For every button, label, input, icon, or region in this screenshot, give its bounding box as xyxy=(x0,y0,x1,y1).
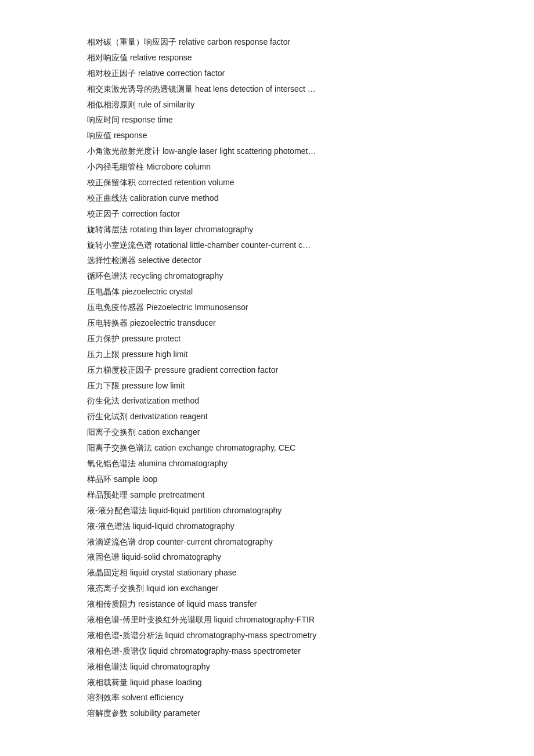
entry-text: 液相载荷量 liquid phase loading xyxy=(87,678,202,687)
entry-text: 压力梯度校正因子 pressure gradient correction fa… xyxy=(87,365,278,375)
list-item: 液相色谱-傅里叶变换红外光谱联用 liquid chromatography-F… xyxy=(87,613,447,628)
entry-text: 压电晶体 piezoelectric crystal xyxy=(87,287,193,296)
entry-text: 液-液分配色谱法 liquid-liquid partition chromat… xyxy=(87,506,282,515)
list-item: 选择性检测器 selective detector xyxy=(87,253,447,268)
entry-text: 旋转小室逆流色谱 rotational little-chamber count… xyxy=(87,240,311,250)
list-item: 阳离子交换色谱法 cation exchange chromatography,… xyxy=(87,441,447,456)
list-item: 样品环 sample loop xyxy=(87,472,447,487)
entry-text: 氧化铝色谱法 alumina chromatography xyxy=(87,459,228,468)
entry-text: 相似相溶原则 rule of similarity xyxy=(87,100,194,109)
entry-text: 溶解度参数 solubility parameter xyxy=(87,708,200,718)
list-item: 响应值 response xyxy=(87,128,447,143)
entry-text: 小内径毛细管柱 Microbore column xyxy=(87,162,211,171)
list-item: 液相载荷量 liquid phase loading xyxy=(87,675,447,690)
entry-text: 衍生化法 derivatization method xyxy=(87,396,199,405)
list-item: 校正因子 correction factor xyxy=(87,207,447,222)
list-item: 衍生化法 derivatization method xyxy=(87,394,447,409)
entry-text: 样品环 sample loop xyxy=(87,474,157,484)
entry-text: 旋转薄层法 rotating thin layer chromatography xyxy=(87,225,253,234)
list-item: 相对响应值 relative response xyxy=(87,51,447,66)
entry-text: 相对响应值 relative response xyxy=(87,53,192,62)
list-item: 小角激光散射光度计 low-angle laser light scatteri… xyxy=(87,144,447,159)
list-item: 阳离子交换剂 cation exchanger xyxy=(87,425,447,440)
list-item: 液相传质阻力 resistance of liquid mass transfe… xyxy=(87,597,447,612)
list-item: 压力上限 pressure high limit xyxy=(87,347,447,362)
list-item: 相似相溶原则 rule of similarity xyxy=(87,98,447,113)
entry-text: 液-液色谱法 liquid-liquid chromatography xyxy=(87,521,234,531)
list-item: 压力下限 pressure low limit xyxy=(87,379,447,394)
list-item: 液滴逆流色谱 drop counter-current chromatograp… xyxy=(87,535,447,550)
entry-text: 液相色谱法 liquid chromatography xyxy=(87,662,210,671)
entry-text: 选择性检测器 selective detector xyxy=(87,255,201,265)
list-item: 液-液分配色谱法 liquid-liquid partition chromat… xyxy=(87,503,447,519)
list-item: 衍生化试剂 derivatization reagent xyxy=(87,409,447,424)
entry-text: 相对校正因子 relative correction factor xyxy=(87,69,225,78)
list-item: 溶剂效率 solvent efficiency xyxy=(87,690,447,705)
entry-text: 校正保留体积 corrected retention volume xyxy=(87,178,234,187)
list-item: 液相色谱-质谱仪 liquid chromatography-mass spec… xyxy=(87,644,447,659)
list-item: 样品预处理 sample pretreatment xyxy=(87,488,447,503)
list-item: 旋转小室逆流色谱 rotational little-chamber count… xyxy=(87,238,447,253)
list-item: 压力梯度校正因子 pressure gradient correction fa… xyxy=(87,363,447,378)
list-item: 压电转换器 piezoelectric transducer xyxy=(87,316,447,331)
list-item: 校正保留体积 corrected retention volume xyxy=(87,175,447,190)
list-item: 液晶固定相 liquid crystal stationary phase xyxy=(87,566,447,581)
entry-text: 溶剂效率 solvent efficiency xyxy=(87,693,183,702)
entry-text: 液态离子交换剂 liquid ion exchanger xyxy=(87,584,218,593)
entry-text: 液相色谱-质谱分析法 liquid chromatography-mass sp… xyxy=(87,631,316,640)
entry-list: 相对碳（重量）响应因子 relative carbon response fac… xyxy=(87,35,447,721)
entry-text: 循环色谱法 recycling chromatography xyxy=(87,271,223,280)
entry-text: 压电免疫传感器 Piezoelectric Immunosensor xyxy=(87,303,248,312)
entry-text: 液相色谱-质谱仪 liquid chromatography-mass spec… xyxy=(87,646,301,656)
list-item: 液相色谱-质谱分析法 liquid chromatography-mass sp… xyxy=(87,628,447,643)
entry-text: 液相传质阻力 resistance of liquid mass transfe… xyxy=(87,599,257,609)
entry-text: 压电转换器 piezoelectric transducer xyxy=(87,318,216,327)
entry-text: 液滴逆流色谱 drop counter-current chromatograp… xyxy=(87,537,273,546)
list-item: 氧化铝色谱法 alumina chromatography xyxy=(87,456,447,471)
entry-text: 校正因子 correction factor xyxy=(87,209,180,218)
entry-text: 液相色谱-傅里叶变换红外光谱联用 liquid chromatography-F… xyxy=(87,615,315,624)
list-item: 相对碳（重量）响应因子 relative carbon response fac… xyxy=(87,35,447,50)
entry-text: 响应时间 response time xyxy=(87,115,173,124)
entry-text: 压力上限 pressure high limit xyxy=(87,350,188,359)
list-item: 液固色谱 liquid-solid chromatography xyxy=(87,550,447,565)
list-item: 液-液色谱法 liquid-liquid chromatography xyxy=(87,519,447,534)
entry-text: 相交束激光诱导的热透镜测量 heat lens detection of int… xyxy=(87,84,316,93)
list-item: 压电免疫传感器 Piezoelectric Immunosensor xyxy=(87,300,447,315)
list-item: 循环色谱法 recycling chromatography xyxy=(87,269,447,284)
list-item: 校正曲线法 calibration curve method xyxy=(87,191,447,206)
list-item: 小内径毛细管柱 Microbore column xyxy=(87,160,447,175)
list-item: 压电晶体 piezoelectric crystal xyxy=(87,285,447,300)
list-item: 液相色谱法 liquid chromatography xyxy=(87,660,447,675)
list-item: 溶解度参数 solubility parameter xyxy=(87,706,447,721)
entry-text: 相对碳（重量）响应因子 relative carbon response fac… xyxy=(87,37,290,46)
entry-text: 液晶固定相 liquid crystal stationary phase xyxy=(87,568,237,577)
entry-text: 压力下限 pressure low limit xyxy=(87,381,185,390)
list-item: 相对校正因子 relative correction factor xyxy=(87,66,447,81)
entry-text: 压力保护 pressure protect xyxy=(87,334,181,343)
list-item: 旋转薄层法 rotating thin layer chromatography xyxy=(87,222,447,237)
entry-text: 样品预处理 sample pretreatment xyxy=(87,490,204,499)
entry-text: 阳离子交换色谱法 cation exchange chromatography,… xyxy=(87,443,295,452)
list-item: 液态离子交换剂 liquid ion exchanger xyxy=(87,581,447,596)
entry-text: 校正曲线法 calibration curve method xyxy=(87,193,218,203)
list-item: 响应时间 response time xyxy=(87,113,447,128)
entry-text: 衍生化试剂 derivatization reagent xyxy=(87,412,208,421)
entry-text: 液固色谱 liquid-solid chromatography xyxy=(87,552,221,561)
list-item: 压力保护 pressure protect xyxy=(87,332,447,347)
list-item: 相交束激光诱导的热透镜测量 heat lens detection of int… xyxy=(87,82,447,97)
entry-text: 响应值 response xyxy=(87,131,147,140)
entry-text: 小角激光散射光度计 low-angle laser light scatteri… xyxy=(87,146,316,156)
entry-text: 阳离子交换剂 cation exchanger xyxy=(87,427,200,437)
